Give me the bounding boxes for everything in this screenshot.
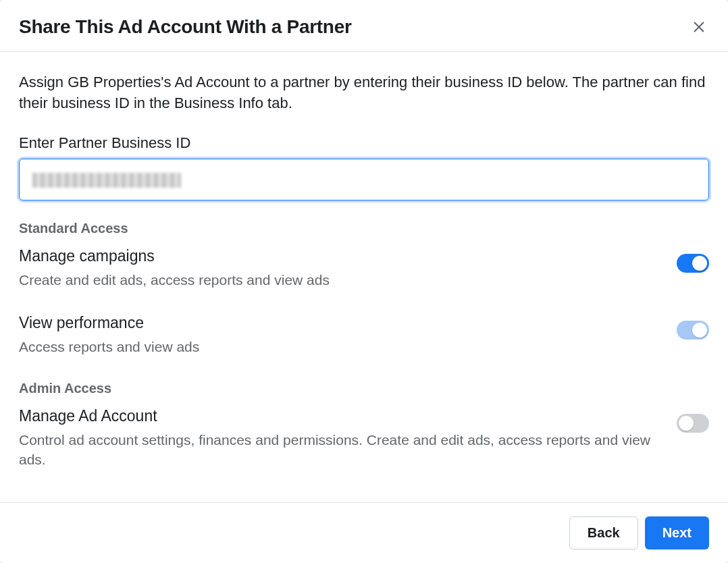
toggle-manage-ad-account[interactable] bbox=[677, 414, 709, 433]
modal-header: Share This Ad Account With a Partner bbox=[0, 0, 728, 52]
standard-access-section: Standard Access Manage campaigns Create … bbox=[19, 221, 709, 357]
permission-desc: Create and edit ads, access reports and … bbox=[19, 271, 663, 290]
toggle-view-performance[interactable] bbox=[677, 321, 709, 340]
admin-access-section: Admin Access Manage Ad Account Control a… bbox=[19, 381, 709, 469]
toggle-knob bbox=[692, 323, 707, 338]
business-id-input[interactable] bbox=[22, 161, 706, 198]
toggle-knob bbox=[679, 416, 694, 431]
close-icon bbox=[692, 20, 706, 34]
toggle-knob bbox=[692, 256, 707, 271]
business-id-input-wrapper bbox=[19, 159, 709, 200]
back-button[interactable]: Back bbox=[569, 516, 638, 549]
close-button[interactable] bbox=[689, 17, 709, 37]
modal-body: Assign GB Properties's Ad Account to a p… bbox=[0, 52, 728, 502]
redacted-value bbox=[32, 173, 181, 188]
toggle-manage-campaigns[interactable] bbox=[677, 254, 709, 273]
modal-description: Assign GB Properties's Ad Account to a p… bbox=[19, 72, 709, 114]
modal-title: Share This Ad Account With a Partner bbox=[19, 16, 352, 38]
standard-access-heading: Standard Access bbox=[19, 221, 709, 236]
permission-view-performance: View performance Access reports and view… bbox=[19, 314, 709, 356]
permission-desc: Control ad account settings, finances an… bbox=[19, 431, 663, 469]
admin-access-heading: Admin Access bbox=[19, 381, 709, 396]
share-ad-account-modal: Share This Ad Account With a Partner Ass… bbox=[0, 0, 728, 563]
permission-title: Manage campaigns bbox=[19, 247, 663, 265]
permission-desc: Access reports and view ads bbox=[19, 338, 663, 356]
next-button[interactable]: Next bbox=[645, 516, 709, 549]
permission-manage-campaigns: Manage campaigns Create and edit ads, ac… bbox=[19, 247, 709, 290]
modal-footer: Back Next bbox=[0, 502, 728, 563]
permission-manage-ad-account: Manage Ad Account Control ad account set… bbox=[19, 407, 709, 469]
business-id-label: Enter Partner Business ID bbox=[19, 134, 709, 152]
permission-title: View performance bbox=[19, 314, 663, 332]
permission-title: Manage Ad Account bbox=[19, 407, 663, 425]
